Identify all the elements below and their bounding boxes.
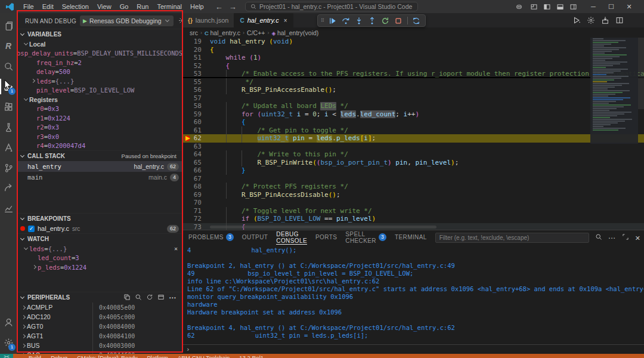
maximize-button[interactable]: ☐ xyxy=(602,0,620,13)
status-item[interactable]: ARM GNU Toolchain xyxy=(178,354,230,358)
more-icon[interactable]: ⋯ xyxy=(608,232,616,243)
code-line[interactable]: 20{ xyxy=(182,46,644,54)
panel-tab-debug-console[interactable]: DEBUG CONSOLE xyxy=(276,230,307,245)
close-icon[interactable]: ✕ xyxy=(635,232,640,243)
stack-frame[interactable]: hal_entryhal_entry.c62 xyxy=(17,161,182,172)
split-editor-icon[interactable] xyxy=(615,16,624,24)
panel-tab-spell-checker[interactable]: SPELL CHECKER3 xyxy=(345,230,386,245)
watch-row[interactable]: p_leds = 0x1224 xyxy=(17,263,182,272)
debug-console-input[interactable]: › xyxy=(182,344,644,354)
extensions-icon[interactable] xyxy=(0,97,17,117)
search-icon[interactable] xyxy=(135,294,142,302)
expand-icon[interactable] xyxy=(622,232,629,243)
peripheral-row[interactable]: ADC1200x4005c000 xyxy=(17,312,182,322)
reload-icon[interactable] xyxy=(411,16,422,26)
code-line[interactable]: 69R_BSP_PinAccessDisable(); xyxy=(182,191,644,199)
flash-download-icon[interactable] xyxy=(601,16,609,24)
remove-watch-icon[interactable]: ✕ xyxy=(174,245,180,252)
code-line[interactable]: 53/* Enable access to the PFS registers.… xyxy=(182,70,644,78)
close-tab-icon[interactable]: × xyxy=(284,17,287,24)
status-item[interactable]: Debug xyxy=(51,354,67,358)
renesas-icon[interactable]: R xyxy=(0,36,17,56)
status-item[interactable]: CMake: [Debug]: Ready xyxy=(77,354,137,358)
variable-row[interactable]: r4 = 0x200047d4 xyxy=(17,141,182,151)
variable-row[interactable]: pin_level = BSP_IO_LEVEL_LOW xyxy=(17,86,182,95)
code-line[interactable]: 70 xyxy=(182,199,644,207)
customize-layout-icon[interactable] xyxy=(530,3,538,11)
step-out-icon[interactable] xyxy=(367,16,378,26)
code-line[interactable]: 59for (uint32_t i = 0; i < leds.led_coun… xyxy=(182,110,644,119)
toggle-secondary-sidebar-icon[interactable] xyxy=(569,3,577,11)
menu-help[interactable]: Help xyxy=(186,0,208,13)
panel-tab-ports[interactable]: PORTS xyxy=(315,230,337,245)
menu-selection[interactable]: Selection xyxy=(58,0,93,13)
menu-edit[interactable]: Edit xyxy=(38,0,58,13)
watch-row[interactable]: leds = {...}✕ xyxy=(17,244,182,254)
variable-row[interactable]: r3 = 0x0 xyxy=(17,132,182,141)
stack-frame[interactable]: mainmain.c4 xyxy=(17,172,182,183)
variables-header[interactable]: VARIABLES xyxy=(17,29,182,39)
debug-config-dropdown[interactable]: ▶ Renesas GDB Debugging xyxy=(80,16,174,26)
close-button[interactable]: ✕ xyxy=(620,0,638,13)
arm-tools-icon[interactable] xyxy=(0,137,17,158)
code-line[interactable]: 60{ xyxy=(182,118,644,126)
code-line[interactable]: 58/* Update all board LEDs */ xyxy=(182,102,644,110)
more-actions-icon[interactable] xyxy=(630,16,638,24)
tab-launch.json[interactable]: {}launch.json xyxy=(182,13,234,27)
status-item[interactable]: Build xyxy=(29,354,41,358)
code-line[interactable]: 68/* Protect PFS registers */ xyxy=(182,183,644,191)
breadcrumb[interactable]: src›C hal_entry.c›C/C++›◈ hal_entry(void… xyxy=(182,27,644,38)
watch-row[interactable]: led_count = 3 xyxy=(17,254,182,263)
variable-row[interactable]: r0 = 0x3 xyxy=(17,104,182,114)
search-icon[interactable] xyxy=(595,232,602,243)
code-line[interactable]: 63 xyxy=(182,143,644,151)
status-item[interactable]: Platform xyxy=(147,354,168,358)
tab-hal_entry.c[interactable]: Chal_entry.c× xyxy=(234,13,293,27)
code-line[interactable]: 64/* Write to this pin */ xyxy=(182,150,644,159)
settings-gear-icon[interactable]: 1 xyxy=(0,332,17,353)
breadcrumb-item[interactable]: src xyxy=(190,29,198,36)
remote-indicator[interactable]: >< xyxy=(0,354,13,358)
start-debug-icon[interactable]: ▶ xyxy=(83,18,87,24)
step-into-icon[interactable] xyxy=(354,16,365,26)
code-line[interactable]: 57 xyxy=(182,94,644,103)
peripheral-row[interactable]: ACMPLP0x40085e00 xyxy=(17,303,182,312)
stop-icon[interactable] xyxy=(393,16,404,26)
code-line[interactable]: 71/* Toggle level for next write */ xyxy=(182,207,644,215)
breadcrumb-item[interactable]: ◈ hal_entry(void) xyxy=(271,29,318,36)
panel-tab-terminal[interactable]: TERMINAL xyxy=(395,230,427,245)
code-line[interactable]: 61/* Get pin to toggle */ xyxy=(182,126,644,135)
toggle-panel-icon[interactable] xyxy=(556,3,564,11)
code-line[interactable]: 55*/ xyxy=(182,78,644,87)
variable-row[interactable]: bsp_delay_units = BSP_DELAY_UNITS_MILLIS… xyxy=(17,49,182,58)
variable-row[interactable]: r1 = 0x1224 xyxy=(17,113,182,123)
variable-row[interactable]: leds = {...} xyxy=(17,76,182,86)
vertical-scrollbar[interactable] xyxy=(638,38,644,109)
toggle-sidebar-icon[interactable] xyxy=(543,3,551,11)
run-debug-icon[interactable]: 1 xyxy=(0,76,17,97)
horizontal-scrollbar[interactable] xyxy=(210,226,436,229)
breadcrumb-item[interactable]: C/C++ xyxy=(247,29,265,36)
minimize-button[interactable]: ─ xyxy=(584,0,602,13)
window-icon[interactable] xyxy=(157,294,165,302)
test-beaker-icon[interactable] xyxy=(0,117,17,137)
search-icon[interactable] xyxy=(0,56,17,76)
code-line[interactable]: 67 xyxy=(182,175,644,183)
toolbar-drag-handle[interactable]: ⠿ xyxy=(321,18,325,23)
menu-go[interactable]: Go xyxy=(116,0,133,13)
source-control-icon[interactable] xyxy=(0,158,17,178)
variable-row[interactable]: delay = 500 xyxy=(17,67,182,77)
command-center-search[interactable]: Project01 - hal_entry.c - Project01 - Vi… xyxy=(245,2,418,11)
code-line[interactable]: 51while (1) xyxy=(182,54,644,62)
breadcrumb-item[interactable]: C hal_entry.c xyxy=(205,29,240,36)
peripheral-row[interactable]: AGT10x40084100 xyxy=(17,331,182,341)
variable-group[interactable]: Local xyxy=(17,39,182,49)
menu-terminal[interactable]: Terminal xyxy=(153,0,187,13)
back-arrow-icon[interactable]: ← xyxy=(215,2,223,11)
variable-row[interactable]: freq_in_hz = 2 xyxy=(17,58,182,67)
menu-view[interactable]: View xyxy=(93,0,116,13)
menu-run[interactable]: Run xyxy=(132,0,153,13)
copilot-icon[interactable] xyxy=(515,3,523,11)
step-over-icon[interactable] xyxy=(340,16,352,26)
run-menu-icon[interactable] xyxy=(572,16,581,24)
